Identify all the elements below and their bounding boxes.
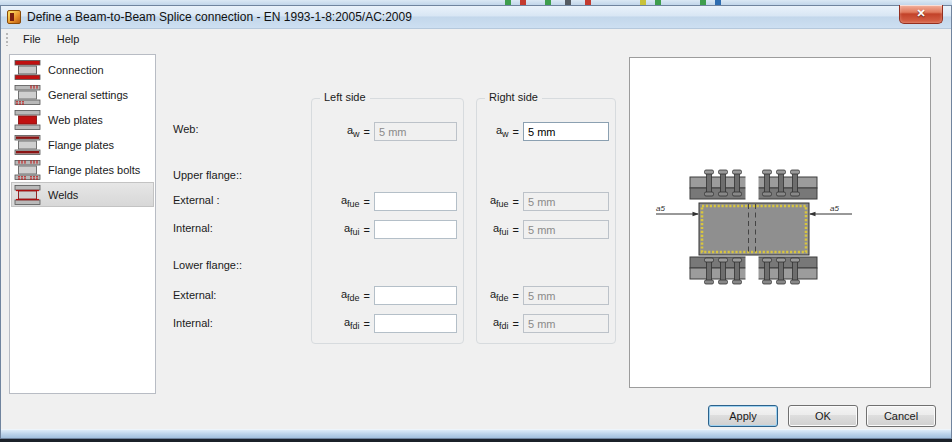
- right-a-fui-input: [523, 220, 609, 239]
- equals-sign: =: [513, 126, 519, 138]
- equals-sign: =: [513, 196, 519, 208]
- sidebar-item-label: Flange plates: [48, 139, 114, 151]
- right-a-w-input[interactable]: [523, 122, 609, 141]
- left-a-fdi-input[interactable]: [374, 314, 457, 333]
- right-a-fdi-row: afdi=: [483, 314, 609, 333]
- right-a-fue-row: afue=: [483, 192, 609, 211]
- left-a-fde-row: afde=: [318, 286, 457, 305]
- left-a-w-input: [374, 122, 457, 141]
- right-a-w-row: aw=: [483, 122, 609, 141]
- close-icon: ✕: [916, 7, 925, 19]
- sidebar-item-label: Web plates: [48, 114, 103, 126]
- left-a-fue-input[interactable]: [374, 192, 457, 211]
- right-side-group: Right side aw=afue=afui=afde=afdi=: [476, 98, 616, 344]
- form-label: Lower flange::: [173, 259, 242, 271]
- form-label: Web:: [173, 123, 198, 135]
- screen: Define a Beam-to-Beam Splice connection …: [0, 0, 952, 442]
- apply-button[interactable]: Apply: [708, 405, 778, 427]
- menu-help[interactable]: Help: [49, 31, 88, 47]
- flange-plates-bolts-icon: [14, 160, 41, 180]
- weld-callout-right: a5: [809, 204, 852, 216]
- weld-callout-right-text: a5: [830, 204, 839, 213]
- app-icon: [7, 10, 21, 24]
- form-label: Internal:: [173, 317, 213, 329]
- symbol-subscript: fui: [499, 227, 509, 237]
- symbol-subscript: fdi: [350, 321, 360, 331]
- field-symbol: afde: [318, 288, 360, 303]
- sidebar-item-connection[interactable]: Connection: [11, 57, 154, 82]
- field-symbol: afdi: [318, 316, 360, 331]
- sidebar-item-flange-plates[interactable]: Flange plates: [11, 132, 154, 157]
- left-a-w-row: aw=: [318, 122, 457, 141]
- flange-plates-icon: [14, 135, 41, 155]
- right-a-fdi-input: [523, 314, 609, 333]
- form-label: External :: [173, 194, 219, 206]
- equals-sign: =: [364, 290, 370, 302]
- field-symbol: afui: [483, 222, 509, 237]
- splice-drawing: a5 a5: [644, 163, 918, 293]
- equals-sign: =: [364, 126, 370, 138]
- equals-sign: =: [513, 290, 519, 302]
- weld-callout-left-text: a5: [656, 204, 665, 213]
- welds-icon: [14, 185, 41, 205]
- right-side-group-title: Right side: [485, 91, 542, 103]
- sidebar-item-general-settings[interactable]: General settings: [11, 82, 154, 107]
- title-bar: Define a Beam-to-Beam Splice connection …: [1, 6, 951, 29]
- symbol-subscript: fui: [350, 227, 360, 237]
- form-label: External:: [173, 289, 216, 301]
- connection-icon: [14, 60, 41, 80]
- close-button[interactable]: ✕: [899, 5, 943, 24]
- left-side-group: Left side aw=afue=afui=afde=afdi=: [311, 98, 464, 344]
- sidebar-item-web-plates[interactable]: Web plates: [11, 107, 154, 132]
- symbol-subscript: fde: [347, 293, 360, 303]
- web-plates-icon: [14, 110, 41, 130]
- window-bottom-border: [1, 429, 951, 438]
- field-symbol: aw: [483, 124, 509, 139]
- right-a-fui-row: afui=: [483, 220, 609, 239]
- right-a-fue-input: [523, 192, 609, 211]
- window-title: Define a Beam-to-Beam Splice connection …: [27, 10, 412, 24]
- left-a-fde-input[interactable]: [374, 286, 457, 305]
- right-a-fde-input: [523, 286, 609, 305]
- sidebar-item-welds[interactable]: Welds: [11, 182, 154, 207]
- field-symbol: afue: [318, 194, 360, 209]
- equals-sign: =: [364, 196, 370, 208]
- symbol-subscript: fue: [496, 199, 509, 209]
- field-symbol: afdi: [483, 316, 509, 331]
- right-a-fde-row: afde=: [483, 286, 609, 305]
- equals-sign: =: [513, 318, 519, 330]
- cancel-button[interactable]: Cancel: [866, 405, 936, 427]
- ok-button[interactable]: OK: [788, 405, 858, 427]
- symbol-subscript: fdi: [499, 321, 509, 331]
- connection-preview: a5 a5: [629, 57, 931, 388]
- sidebar-list: Connection General settings Web plates F…: [9, 54, 156, 394]
- equals-sign: =: [513, 224, 519, 236]
- equals-sign: =: [364, 224, 370, 236]
- field-symbol: afue: [483, 194, 509, 209]
- sidebar-item-label: Flange plates bolts: [48, 164, 140, 176]
- form-label: Internal:: [173, 222, 213, 234]
- field-symbol: afui: [318, 222, 360, 237]
- form-label: Upper flange::: [173, 169, 242, 181]
- field-symbol: aw: [318, 124, 360, 139]
- sidebar-item-label: General settings: [48, 89, 128, 101]
- field-symbol: afde: [483, 288, 509, 303]
- sidebar-item-flange-plates-bolts[interactable]: Flange plates bolts: [11, 157, 154, 182]
- weld-callout-left: a5: [656, 204, 699, 216]
- dialog-window: Define a Beam-to-Beam Splice connection …: [0, 5, 952, 439]
- symbol-subscript: w: [353, 129, 360, 139]
- menu-file[interactable]: File: [15, 31, 49, 47]
- left-side-group-title: Left side: [320, 91, 370, 103]
- general-settings-icon: [14, 85, 41, 105]
- left-a-fue-row: afue=: [318, 192, 457, 211]
- left-a-fdi-row: afdi=: [318, 314, 457, 333]
- symbol-subscript: fue: [347, 199, 360, 209]
- equals-sign: =: [364, 318, 370, 330]
- symbol-subscript: w: [502, 129, 509, 139]
- symbol-subscript: fde: [496, 293, 509, 303]
- left-a-fui-input[interactable]: [374, 220, 457, 239]
- left-a-fui-row: afui=: [318, 220, 457, 239]
- dialog-content: Connection General settings Web plates F…: [1, 49, 951, 429]
- sidebar-item-label: Welds: [48, 189, 78, 201]
- menu-bar: File Help: [1, 29, 951, 49]
